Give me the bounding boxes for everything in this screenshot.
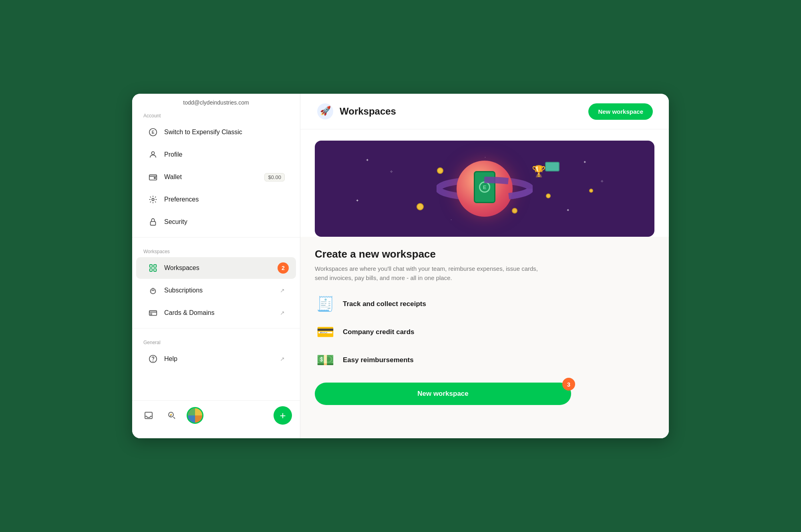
receipts-icon: 🧾	[315, 294, 336, 314]
money-icon: 💵	[315, 350, 336, 371]
coin-decoration	[546, 193, 551, 198]
sidebar-item-cards-domains[interactable]: Cards & Domains ↗	[136, 302, 296, 324]
svg-point-15	[153, 361, 153, 361]
subscriptions-external-icon: ↗	[280, 287, 285, 294]
star-decoration: ✧	[390, 169, 393, 174]
divider-1	[132, 237, 300, 238]
star-decoration: ✦	[583, 160, 586, 164]
feature-item-receipts: 🧾 Track and collect receipts	[315, 294, 654, 314]
sidebar: todd@clydeindustries.com Account E Switc…	[132, 94, 300, 438]
svg-rect-8	[154, 265, 156, 267]
star-decoration: ✧	[600, 179, 604, 183]
coin-decoration	[417, 203, 424, 210]
svg-rect-4	[154, 177, 156, 179]
workspaces-label: Workspaces	[164, 264, 285, 272]
coin-decoration	[589, 189, 593, 193]
svg-text:🚀: 🚀	[320, 105, 331, 116]
app-container: todd@clydeindustries.com Account E Switc…	[132, 94, 669, 438]
sidebar-bottom-nav: +	[132, 400, 300, 430]
svg-rect-12	[149, 311, 157, 316]
gear-icon	[147, 194, 159, 205]
new-workspace-header-button[interactable]: New workspace	[588, 103, 653, 120]
add-button[interactable]: +	[274, 406, 292, 425]
hero-banner: ✦ ✧ ✦ ✦ ✧ ✦ · ·	[315, 141, 654, 237]
reimbursements-label: Easy reimbursements	[343, 356, 414, 364]
avatar[interactable]	[187, 407, 203, 424]
cards-domains-label: Cards & Domains	[164, 309, 280, 316]
lock-icon	[147, 216, 159, 228]
svg-text:E: E	[152, 130, 155, 135]
security-label: Security	[164, 218, 285, 226]
card-icon	[147, 307, 159, 318]
feature-item-cards: 💳 Company credit cards	[315, 322, 654, 343]
create-title: Create a new workspace	[315, 248, 654, 260]
help-icon	[147, 353, 159, 365]
cta-wrapper: New workspace 3	[315, 383, 571, 405]
svg-point-23	[439, 180, 531, 197]
star-decoration: ✦	[356, 198, 359, 203]
svg-rect-10	[154, 269, 156, 271]
bag-icon	[147, 285, 159, 296]
wallet-label: Wallet	[164, 173, 264, 181]
sidebar-item-preferences[interactable]: Preferences	[136, 189, 296, 210]
planet-illustration: E	[457, 161, 513, 217]
star-decoration: ·	[485, 155, 486, 159]
svg-point-11	[151, 288, 156, 294]
account-section-label: Account	[132, 106, 300, 121]
credit-card-icon: 💳	[315, 322, 336, 343]
sidebar-email: todd@clydeindustries.com	[132, 94, 300, 106]
card-decoration	[545, 162, 559, 171]
svg-point-19	[170, 414, 172, 415]
new-workspace-main-button[interactable]: New workspace	[315, 383, 571, 405]
help-label: Help	[164, 355, 280, 363]
divider-2	[132, 328, 300, 328]
main-header: 🚀 Workspaces New workspace	[300, 94, 669, 129]
rocket-icon: 🚀	[316, 103, 334, 120]
preferences-label: Preferences	[164, 196, 285, 203]
svg-point-13	[151, 313, 152, 315]
wallet-icon	[147, 171, 159, 183]
trophy-decoration: 🏆	[532, 165, 546, 178]
svg-rect-7	[150, 265, 152, 267]
sidebar-item-help[interactable]: Help ↗	[136, 348, 296, 370]
star-decoration: ✦	[366, 158, 369, 162]
create-section: Create a new workspace Workspaces are wh…	[300, 237, 669, 438]
person-icon	[147, 149, 159, 160]
receipts-label: Track and collect receipts	[343, 300, 426, 308]
grid-icon	[147, 262, 159, 274]
main-content: 🚀 Workspaces New workspace ✦ ✧ ✦ ✦ ✧ ✦ ·…	[300, 94, 669, 438]
sidebar-item-switch-expensify[interactable]: E Switch to Expensify Classic	[136, 121, 296, 143]
svg-text:🧾: 🧾	[316, 295, 334, 312]
svg-point-5	[152, 198, 154, 201]
search-icon[interactable]	[163, 407, 180, 424]
general-section-label: General	[132, 332, 300, 348]
svg-rect-6	[151, 222, 156, 225]
inbox-icon[interactable]	[140, 407, 157, 424]
svg-text:💳: 💳	[316, 323, 334, 341]
switch-expensify-label: Switch to Expensify Classic	[164, 129, 285, 136]
svg-point-2	[151, 152, 154, 155]
subscriptions-label: Subscriptions	[164, 287, 280, 294]
create-description: Workspaces are where you'll chat with yo…	[315, 264, 547, 282]
feature-list: 🧾 Track and collect receipts 💳 Company c…	[315, 294, 654, 371]
feature-item-reimbursements: 💵 Easy reimbursements	[315, 350, 654, 371]
workspaces-notification-badge: 2	[278, 262, 289, 274]
expensify-icon: E	[147, 127, 159, 138]
star-decoration: ✦	[566, 208, 570, 212]
cards-label: Company credit cards	[343, 328, 415, 336]
cta-badge: 3	[562, 378, 575, 391]
profile-label: Profile	[164, 151, 285, 158]
page-title: Workspaces	[340, 106, 396, 117]
workspaces-section-label: Workspaces	[132, 242, 300, 257]
planet-scene: ✦ ✧ ✦ ✦ ✧ ✦ · ·	[315, 141, 654, 237]
sidebar-item-subscriptions[interactable]: Subscriptions ↗	[136, 280, 296, 301]
sidebar-item-security[interactable]: Security	[136, 211, 296, 233]
svg-text:💵: 💵	[316, 351, 334, 369]
wallet-balance: $0.00	[264, 173, 285, 181]
main-header-left: 🚀 Workspaces	[316, 103, 396, 120]
cards-external-icon: ↗	[280, 310, 285, 316]
sidebar-item-wallet[interactable]: Wallet $0.00	[136, 166, 296, 188]
sidebar-item-profile[interactable]: Profile	[136, 144, 296, 165]
sidebar-item-workspaces[interactable]: Workspaces 2	[136, 257, 296, 279]
star-decoration: ·	[451, 218, 452, 222]
